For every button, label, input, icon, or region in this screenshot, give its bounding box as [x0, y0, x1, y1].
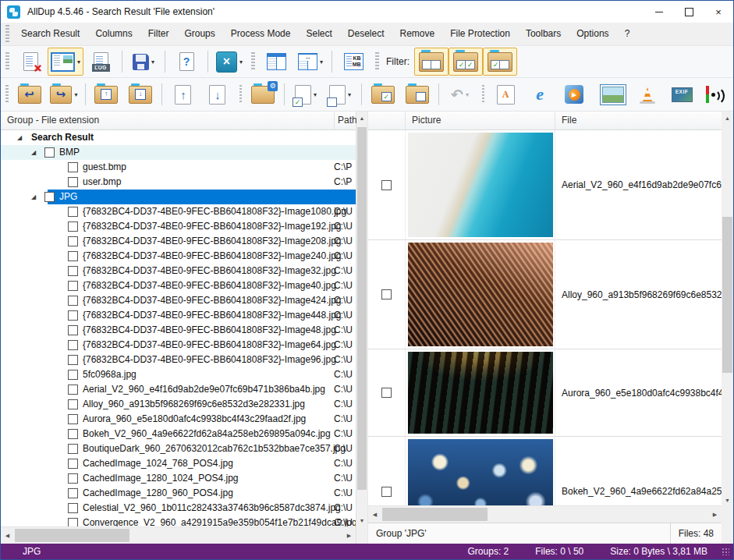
- maximize-button[interactable]: [674, 1, 704, 23]
- tree-row[interactable]: Aerial_V2_960_e4f16d9ab2de9e07fc69b471b3…: [1, 382, 356, 397]
- toolbar-gripper[interactable]: [239, 85, 243, 104]
- tree-row[interactable]: {76832BC4-DD37-4BE0-9FEC-BB6041808F32}-I…: [1, 278, 356, 293]
- row-checkbox[interactable]: [68, 473, 78, 484]
- column-header-checkbox[interactable]: [368, 112, 406, 129]
- row-checkbox[interactable]: [44, 147, 55, 158]
- thumbnail-aerial[interactable]: [408, 133, 553, 237]
- row-checkbox[interactable]: [381, 388, 392, 398]
- tree-row[interactable]: {76832BC4-DD37-4BE0-9FEC-BB6041808F32}-I…: [1, 249, 356, 264]
- scroll-right-icon[interactable]: ▶: [342, 527, 356, 544]
- row-checkbox[interactable]: [68, 251, 78, 261]
- row-checkbox[interactable]: [68, 503, 78, 513]
- tree-row[interactable]: Bokeh_V2_960_4a9e6622fd62a84a258eb269895…: [1, 427, 356, 441]
- row-checkbox[interactable]: [68, 429, 78, 439]
- dropdown-arrow-icon[interactable]: ▾: [151, 58, 154, 66]
- grid-row[interactable]: Alloy_960_a913b5f968269f69c6e8532d3e: [368, 240, 722, 349]
- grid-row[interactable]: Aurora_960_e5e180d0afc4c9938bc4f43c: [368, 349, 722, 437]
- minimize-button[interactable]: [644, 1, 674, 23]
- row-checkbox[interactable]: [68, 355, 78, 365]
- dropdown-arrow-icon[interactable]: ▾: [320, 58, 323, 66]
- scroll-left-icon[interactable]: ◀: [368, 506, 381, 523]
- row-checkbox[interactable]: [68, 518, 78, 526]
- expand-arrow-icon[interactable]: ◢: [31, 145, 39, 160]
- dropdown-arrow-icon[interactable]: ▾: [348, 91, 351, 98]
- tree-row-selected[interactable]: ◢JPG: [1, 190, 356, 204]
- scroll-down-icon[interactable]: ▼: [722, 494, 733, 506]
- columns-layout-button[interactable]: [259, 48, 293, 76]
- column-header-path[interactable]: Path: [334, 112, 357, 129]
- tree-row[interactable]: {76832BC4-DD37-4BE0-9FEC-BB6041808F32}-I…: [1, 204, 356, 219]
- folder-down-button[interactable]: ↓: [123, 80, 158, 108]
- menu-filter[interactable]: Filter: [140, 23, 177, 45]
- row-checkbox[interactable]: [68, 385, 78, 395]
- resize-grip[interactable]: [722, 548, 729, 555]
- row-checkbox[interactable]: [68, 340, 78, 350]
- dropdown-arrow-icon[interactable]: ▾: [466, 91, 469, 98]
- tree-vertical-scrollbar[interactable]: ▲ ▼: [356, 112, 367, 544]
- toolbar-gripper[interactable]: [375, 52, 379, 71]
- menu-select[interactable]: Select: [298, 23, 339, 45]
- tree-row[interactable]: Aurora_960_e5e180d0afc4c9938bc4f43c29faa…: [1, 412, 356, 427]
- row-checkbox[interactable]: [68, 281, 78, 291]
- column-header-picture[interactable]: Picture: [406, 112, 555, 129]
- scroll-down-icon[interactable]: ▼: [356, 514, 367, 526]
- tree-row[interactable]: {76832BC4-DD37-4BE0-9FEC-BB6041808F32}-I…: [1, 219, 356, 234]
- select-folder-button[interactable]: ✓: [366, 80, 400, 108]
- help-button[interactable]: ?: [169, 48, 204, 76]
- text-viewer-button[interactable]: A: [488, 80, 523, 108]
- menu-file-protection[interactable]: File Protection: [442, 23, 518, 45]
- thumbnail-alloy[interactable]: [408, 243, 553, 346]
- undo-button[interactable]: ↶ ▾: [443, 80, 477, 108]
- menu-options[interactable]: Options: [569, 23, 616, 45]
- vlc-button[interactable]: [630, 80, 665, 108]
- scrollbar-thumb[interactable]: [382, 508, 488, 521]
- expand-arrow-icon[interactable]: ◢: [31, 190, 39, 204]
- thumbnail-aurora[interactable]: [408, 352, 553, 434]
- filter-show-mixed-button[interactable]: ✓: [483, 48, 517, 76]
- tree-row[interactable]: guest.bmpC:\P: [1, 160, 356, 175]
- row-checkbox[interactable]: [68, 177, 78, 187]
- row-checkbox[interactable]: [68, 488, 78, 498]
- tree-row[interactable]: {76832BC4-DD37-4BE0-9FEC-BB6041808F32}-I…: [1, 353, 356, 367]
- browser-button[interactable]: e: [523, 80, 557, 108]
- tree-row[interactable]: CachedImage_1280_960_POS4.jpgC:\U: [1, 486, 356, 501]
- media-player-button[interactable]: ▶: [557, 80, 591, 108]
- export-file-button[interactable]: ↑: [166, 80, 200, 108]
- dropdown-arrow-icon[interactable]: ▾: [239, 58, 243, 66]
- toolbar-gripper[interactable]: [251, 52, 255, 71]
- scrollbar-thumb[interactable]: [722, 217, 732, 373]
- row-checkbox[interactable]: [68, 459, 78, 469]
- column-width-button[interactable]: ↔ ▾: [293, 48, 328, 76]
- row-checkbox[interactable]: [68, 444, 78, 454]
- grid-vertical-scrollbar[interactable]: ▲ ▼: [722, 112, 733, 544]
- tree-row[interactable]: {76832BC4-DD37-4BE0-9FEC-BB6041808F32}-I…: [1, 323, 356, 338]
- scrollbar-thumb[interactable]: [357, 127, 367, 490]
- row-checkbox[interactable]: [68, 236, 78, 246]
- row-checkbox[interactable]: [68, 296, 78, 306]
- scrollbar-thumb[interactable]: [15, 529, 129, 542]
- filter-show-all-button[interactable]: [414, 48, 449, 76]
- toolbar-gripper[interactable]: [5, 25, 9, 44]
- preview-mode-button[interactable]: ▾: [48, 48, 83, 76]
- expand-arrow-icon[interactable]: ◢: [17, 130, 25, 145]
- tree-row[interactable]: {76832BC4-DD37-4BE0-9FEC-BB6041808F32}-I…: [1, 338, 356, 353]
- tree-row[interactable]: 5fc0968a.jpgC:\U: [1, 367, 356, 382]
- tree-row[interactable]: Convergence_V2_960_a4291915a9e359b054f1e…: [1, 516, 356, 526]
- row-checkbox[interactable]: [68, 399, 78, 409]
- audio-player-button[interactable]: [699, 80, 733, 108]
- next-group-button[interactable]: ↪ ▾: [47, 80, 81, 108]
- grid-row[interactable]: Aerial_V2_960_e4f16d9ab2de9e07fc69b4: [368, 130, 722, 240]
- row-checkbox[interactable]: [68, 266, 78, 276]
- folder-options-button[interactable]: ⚙: [246, 80, 280, 108]
- tree-row[interactable]: BoutiqueDark_960_2670632012cab762c1b532b…: [1, 441, 356, 456]
- scroll-left-icon[interactable]: ◀: [1, 527, 14, 544]
- row-checkbox[interactable]: [68, 162, 78, 172]
- thumbnail-bokeh[interactable]: [408, 439, 553, 505]
- folder-up-button[interactable]: ↑: [89, 80, 123, 108]
- row-checkbox[interactable]: [68, 222, 78, 232]
- deselect-file-button[interactable]: ▾: [323, 80, 357, 108]
- menu-columns[interactable]: Columns: [87, 23, 140, 45]
- row-checkbox[interactable]: [68, 325, 78, 335]
- row-checkbox[interactable]: [381, 289, 392, 299]
- tree-row[interactable]: CachedImage_1024_768_POS4.jpgC:\U: [1, 456, 356, 471]
